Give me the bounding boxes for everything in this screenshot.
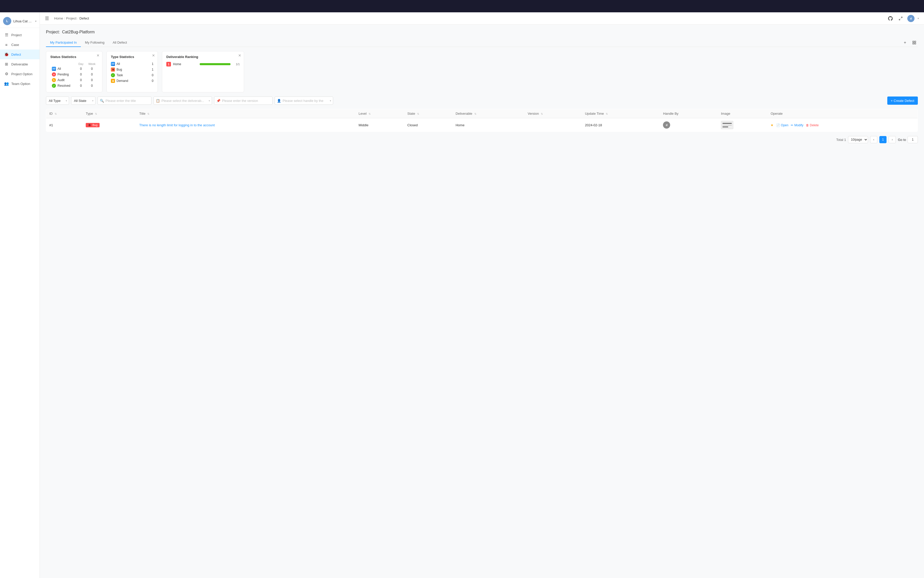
tab-my-following[interactable]: My Following [81,39,109,47]
tab-all-defect[interactable]: All Defect [109,39,131,47]
cell-level: Middle [356,119,404,132]
svg-rect-4 [913,43,914,44]
cell-title: There is no length limit for logging in … [136,119,356,132]
handle-by-avatar: d [663,122,670,128]
version-filter-wrap: 📌 [214,96,273,105]
user-chevron-icon[interactable]: ▾ [918,17,919,20]
handle-filter-wrap: 👤 ▾ [274,96,333,105]
chevron-down-icon: ▾ [35,20,36,23]
close-type-card-button[interactable]: ✕ [152,54,155,57]
add-panel-button[interactable]: + [901,39,909,46]
title-filter-wrap: 🔍 [97,96,151,105]
col-header-update-time: Update Time ⇅ [582,109,660,119]
deliverable-filter-wrap: 📋 ▾ [153,96,212,105]
close-status-card-button[interactable]: ✕ [96,54,99,57]
page-title: Project: Cat2Bug-Platform [46,30,918,34]
next-page-button[interactable]: › [888,136,896,143]
stats-row: ✕ Status Statistics Day Week A [46,51,918,93]
delete-button[interactable]: 🗑 Delete [806,123,819,127]
cell-type: 🐞Bug [83,119,136,132]
rank-label: Home [173,62,198,66]
svg-rect-3 [914,41,916,42]
rank-bar-wrap [200,63,231,65]
close-ranking-card-button[interactable]: ✕ [238,54,241,57]
sidebar-item-label: Project Option [11,72,32,76]
header-bar: ☰ Home / Project / Defect d ▾ [40,12,924,24]
col-week: Week [86,62,98,66]
rank-badge: 1 [166,62,171,67]
user-avatar[interactable]: d [907,15,914,22]
defect-title-link[interactable]: There is no length limit for logging in … [140,123,215,127]
sidebar-item-deliverable[interactable]: ⊞ Deliverable [0,59,39,69]
sidebar-item-project-option[interactable]: ⚙ Project Option [0,69,39,79]
type-bug-icon: 🐞 [111,68,115,71]
goto-label: Go to [898,138,906,142]
breadcrumb-home[interactable]: Home [54,16,63,20]
col-header-version: Version ⇅ [525,109,582,119]
col-header-operate: Operate [767,109,918,119]
team-icon: 👥 [4,81,9,86]
open-button[interactable]: 📄 Open [776,123,789,127]
github-icon[interactable] [887,15,894,22]
sidebar-item-project[interactable]: ☰ Project [0,30,39,40]
cell-id: #1 [46,119,83,132]
pagination: Total 1 10/page 20/page 50/page ‹ 1 › Go… [46,136,918,143]
status-row-all: AllAll 0 0 [50,66,98,71]
create-defect-button[interactable]: + Create Defect [887,96,918,105]
type-row-demand: ◆Demand 0 [111,79,153,83]
goto-page: Go to [898,136,918,143]
page-1-button[interactable]: 1 [879,136,887,143]
type-all-icon: All [111,62,115,66]
content-area: ☰ Home / Project / Defect d ▾ [40,12,924,578]
resolved-icon: ✓ [52,84,56,88]
sidebar-item-label: Project [11,33,21,37]
tabs-bar: My Participated In My Following All Defe… [46,39,918,47]
handle-filter-input[interactable] [274,96,333,105]
state-filter-wrap: All State Pending Audit Resolved Closed … [71,96,96,105]
audit-icon: ↻ [52,78,56,82]
prev-page-button[interactable]: ‹ [870,136,877,143]
type-statistics-card: ✕ Type Statistics AllAll 1 🐞Bug 1 ✓Task … [107,51,158,93]
status-card-title: Status Statistics [50,55,98,59]
defect-thumbnail[interactable] [721,121,733,129]
sidebar-item-case[interactable]: ≡ Case [0,40,39,50]
breadcrumb-project[interactable]: Project [66,16,76,20]
cell-deliverable: Home [453,119,525,132]
calendar-icon: 📋 [156,99,160,103]
col-header-deliverable: Deliverable ⇅ [453,109,525,119]
version-filter-input[interactable] [214,96,273,105]
expand-icon[interactable] [897,15,904,22]
type-filter-select[interactable]: All Type Bug Task Demand [46,96,69,105]
cell-operate: ★ 📄 Open ✏ Modify 🗑 Delete [767,119,918,132]
status-statistics-card: ✕ Status Statistics Day Week A [46,51,102,93]
deliverable-filter-input[interactable] [153,96,212,105]
defect-icon: 🐞 [4,52,9,57]
project-name: Cat2Bug-Platform [62,30,95,34]
svg-line-0 [901,17,902,18]
tab-my-participated[interactable]: My Participated In [46,39,81,47]
filter-row: All Type Bug Task Demand ▾ All State Pen… [46,96,918,105]
star-button[interactable]: ★ [771,123,774,127]
type-task-icon: ✓ [111,73,115,77]
goto-input[interactable] [908,136,918,143]
all-icon: All [52,67,56,71]
version-icon: 📌 [216,99,221,103]
ranking-card-title: Deliverable Ranking [166,55,240,59]
page-size-select[interactable]: 10/page 20/page 50/page [848,136,868,143]
person-icon: 👤 [277,99,281,103]
hamburger-icon[interactable]: ☰ [45,16,49,21]
cell-version [525,119,582,132]
search-icon: 🔍 [100,99,104,103]
sidebar-item-defect[interactable]: 🐞 Defect [0,50,39,59]
bug-type-badge: 🐞Bug [86,123,99,127]
sidebar-user[interactable]: L Lihua Cat A... ▾ [0,15,39,28]
modify-button[interactable]: ✏ Modify [791,123,803,127]
sidebar-item-team-option[interactable]: 👥 Team Option [0,79,39,89]
state-filter-select[interactable]: All State Pending Audit Resolved Closed [71,96,96,105]
layout-button[interactable] [911,39,918,46]
ranking-card: ✕ Deliverable Ranking 1 Home 1/1 [162,51,244,93]
sidebar-item-label: Deliverable [11,62,28,66]
title-filter-input[interactable] [97,96,151,105]
status-table: Day Week AllAll 0 0 ✕Pending [50,62,98,89]
type-row-bug: 🐞Bug 1 [111,68,153,71]
